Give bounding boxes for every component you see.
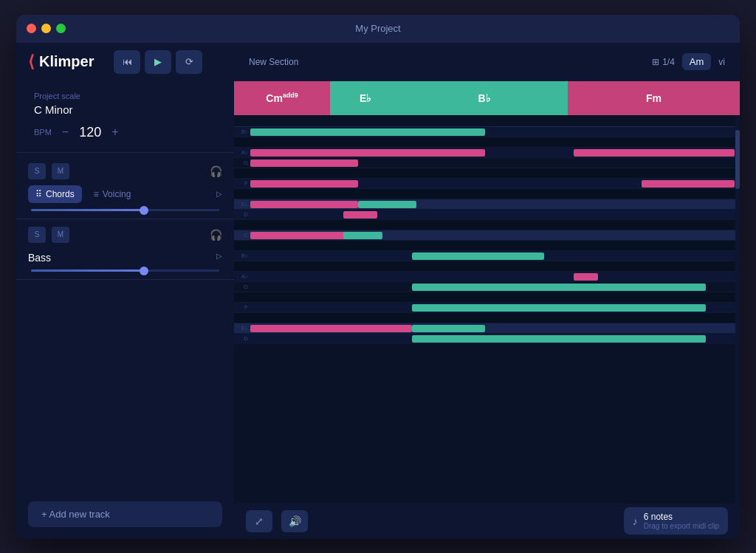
note-row-bb5: B♭: [234, 127, 740, 137]
note-row-eb4: E♭: [234, 323, 740, 334]
loop-button[interactable]: ⟳: [176, 50, 202, 74]
note-eb4-2: [412, 325, 485, 332]
scrollbar[interactable]: [735, 115, 740, 504]
time-sig-value[interactable]: 1/4: [662, 57, 675, 67]
note-row-d4: D: [234, 334, 740, 344]
note-row-bk2: [234, 168, 740, 179]
note-row-bb4: B♭: [234, 251, 740, 261]
track1-slider-thumb[interactable]: [140, 206, 148, 215]
main-window: My Project ⟨ Klimper ⏮ ▶ ⟳ Project scale…: [16, 15, 740, 539]
note-eb5-1: [250, 201, 358, 208]
track1-play-icon[interactable]: ▷: [216, 190, 222, 198]
minimize-button[interactable]: [41, 24, 51, 33]
skip-back-button[interactable]: ⏮: [114, 50, 140, 74]
bpm-minus-button[interactable]: −: [59, 126, 72, 139]
note-ab5-2: [574, 149, 735, 157]
note-row-bk6: [234, 261, 740, 272]
bpm-value: 120: [79, 125, 101, 140]
top-bar: New Section ⊞ 1/4 Am vi: [234, 43, 740, 81]
note-bb5-1: [250, 128, 485, 136]
grid-icon: ⠿: [35, 189, 42, 199]
maximize-button[interactable]: [56, 24, 66, 33]
note-row-d5: D: [234, 210, 740, 220]
track2-play-icon[interactable]: ▷: [216, 252, 222, 260]
track2-mute-button[interactable]: M: [52, 227, 69, 243]
note-f5-2: [642, 180, 735, 188]
fullscreen-button[interactable]: ⤢: [246, 510, 272, 532]
timeline-ruler: [234, 115, 740, 127]
note-bb4-1: [412, 253, 544, 260]
add-track-button[interactable]: + Add new track: [28, 501, 222, 527]
track2-slider-container: [28, 269, 222, 272]
note-rows-container: B♭ A♭: [234, 127, 740, 504]
chord-label-1: E♭: [360, 92, 371, 104]
bpm-label: BPM: [34, 128, 52, 137]
content-area: New Section ⊞ 1/4 Am vi Cmadd9 E♭: [234, 43, 740, 539]
titlebar: My Project: [16, 15, 740, 43]
track1-mute-button[interactable]: M: [52, 163, 69, 179]
note-row-bk4: [234, 220, 740, 230]
bottom-bar: ⤢ 🔊 ♪ 6 notes Drag to export midi clip: [234, 504, 740, 539]
note-ab5-1: [250, 149, 485, 157]
track2-controls: S M 🎧: [28, 227, 222, 243]
note-f4-1: [412, 304, 706, 312]
chord-label-2: B♭: [478, 92, 490, 104]
note-ab4-1: [574, 273, 598, 281]
track1-slider-container: [28, 209, 222, 211]
transport: ⏮ ▶ ⟳: [94, 50, 222, 74]
logo-text: Klimper: [39, 53, 94, 70]
note-row-bk1: [234, 137, 740, 148]
note-row-ab4: A♭: [234, 272, 740, 282]
mode-label: vi: [718, 57, 725, 67]
volume-button[interactable]: 🔊: [281, 510, 308, 532]
scale-value[interactable]: C Minor: [34, 103, 216, 116]
midi-icon: ♪: [633, 515, 638, 527]
midi-info: 6 notes Drag to export midi clip: [644, 512, 719, 530]
window-title: My Project: [355, 23, 400, 34]
chord-block-2[interactable]: B♭: [401, 81, 568, 115]
project-scale-section: Project scale C Minor: [16, 80, 234, 122]
chord-block-1[interactable]: E♭: [330, 81, 401, 115]
key-badge[interactable]: Am: [682, 53, 712, 70]
track1-slider[interactable]: [31, 209, 219, 211]
track1-tabs: ⠿ Chords ≡ Voicing ▷: [28, 185, 222, 203]
notes-count: 6 notes: [644, 512, 719, 522]
track2-slider[interactable]: [31, 269, 219, 272]
bpm-section: BPM − 120 +: [16, 122, 234, 149]
bass-track-label: Bass: [28, 252, 51, 264]
section-title: New Section: [249, 57, 298, 67]
track2-slider-thumb[interactable]: [140, 267, 148, 275]
note-eb4-1: [250, 325, 412, 332]
chord-block-0[interactable]: Cmadd9: [234, 81, 330, 115]
sidebar: ⟨ Klimper ⏮ ▶ ⟳ Project scale C Minor BP…: [16, 43, 234, 539]
chords-tab-label: Chords: [46, 189, 75, 199]
bass-track: S M 🎧 Bass ▷: [16, 219, 234, 280]
note-c5-1: [250, 232, 358, 239]
note-lane-bb5[interactable]: [250, 127, 740, 137]
sidebar-spacer: [16, 280, 234, 490]
note-row-bk8: [234, 313, 740, 323]
tab-chords[interactable]: ⠿ Chords: [28, 185, 82, 203]
track1-solo-button[interactable]: S: [28, 163, 46, 179]
tab-voicing[interactable]: ≡ Voicing: [86, 185, 139, 203]
note-d4-1: [412, 335, 706, 343]
chord-label-0: Cmadd9: [266, 92, 298, 104]
chords-track: S M 🎧 ⠿ Chords ≡ Voicing ▷: [16, 156, 234, 219]
scrollbar-thumb[interactable]: [735, 130, 740, 189]
chord-block-3[interactable]: Fm: [568, 81, 740, 115]
track2-solo-button[interactable]: S: [28, 227, 46, 243]
note-g4-1: [412, 284, 706, 291]
play-button[interactable]: ▶: [145, 50, 171, 74]
track2-label-row: Bass ▷: [28, 249, 222, 264]
note-label-bb5: B♭: [234, 128, 250, 135]
track1-slider-fill: [31, 209, 144, 211]
bpm-plus-button[interactable]: +: [109, 126, 121, 139]
logo-icon: ⟨: [28, 52, 35, 72]
piano-roll[interactable]: B♭ A♭: [234, 115, 740, 504]
track2-slider-fill: [31, 269, 144, 272]
time-signature: ⊞ 1/4: [652, 57, 675, 67]
midi-export-section[interactable]: ♪ 6 notes Drag to export midi clip: [624, 507, 728, 535]
close-button[interactable]: [27, 24, 36, 33]
note-g5-1: [250, 159, 358, 167]
track1-controls: S M 🎧: [28, 163, 222, 179]
